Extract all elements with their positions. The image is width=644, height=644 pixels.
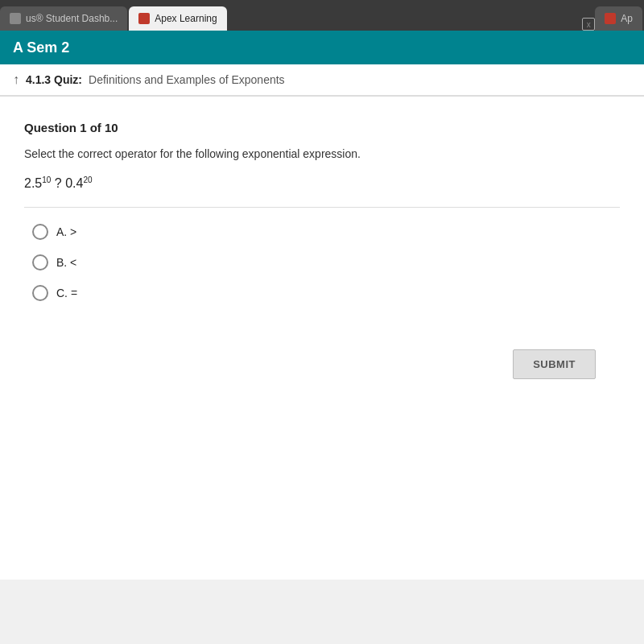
submit-row: SUBMIT [24,349,620,379]
quiz-section-number: 4.1.3 Quiz: [26,73,82,86]
tab-favicon-1 [10,13,21,24]
expr-exp1: 10 [42,175,51,184]
radio-b[interactable] [32,254,48,270]
expr-base1: 2.5 [24,176,42,190]
option-c[interactable]: C. = [32,285,620,301]
expr-operator: ? [51,176,65,190]
back-icon[interactable]: ↑ [13,72,19,87]
tab-label-1: us® Student Dashb... [26,13,118,24]
divider [24,207,620,208]
radio-c[interactable] [32,285,48,301]
option-b[interactable]: B. < [32,254,620,270]
tab-label-2: Apex Learning [155,13,217,24]
quiz-header: ↑ 4.1.3 Quiz: Definitions and Examples o… [0,64,644,97]
option-a[interactable]: A. > [32,224,620,240]
quiz-section-title: Definitions and Examples of Exponents [89,73,285,86]
options-list: A. > B. < C. = [24,224,620,301]
expr-base2: 0.4 [65,176,83,190]
tab-label-3: Ap [621,13,633,24]
browser-tabs: us® Student Dashb... Apex Learning x Ap [0,0,644,31]
page-header-title: A Sem 2 [13,39,69,56]
submit-button[interactable]: SUBMIT [513,349,596,379]
question-header: Question 1 of 10 [24,121,620,134]
option-b-label: B. < [56,256,76,269]
tab-apex-learning[interactable]: Apex Learning [129,6,226,31]
option-a-label: A. > [56,225,76,238]
page-header: A Sem 2 [0,31,644,64]
tab-student-dash[interactable]: us® Student Dashb... [0,6,127,31]
tab-favicon-3 [605,13,616,24]
main-content: Question 1 of 10 Select the correct oper… [0,97,644,580]
expr-exp2: 20 [83,175,92,184]
question-expression: 2.510 ? 0.420 [24,175,620,191]
tab-favicon-2 [138,13,150,24]
question-text: Select the correct operator for the foll… [24,146,620,163]
tab-ap[interactable]: Ap [595,6,642,31]
option-c-label: C. = [56,287,77,299]
tab-close-button[interactable]: x [582,18,595,31]
radio-a[interactable] [32,224,48,240]
